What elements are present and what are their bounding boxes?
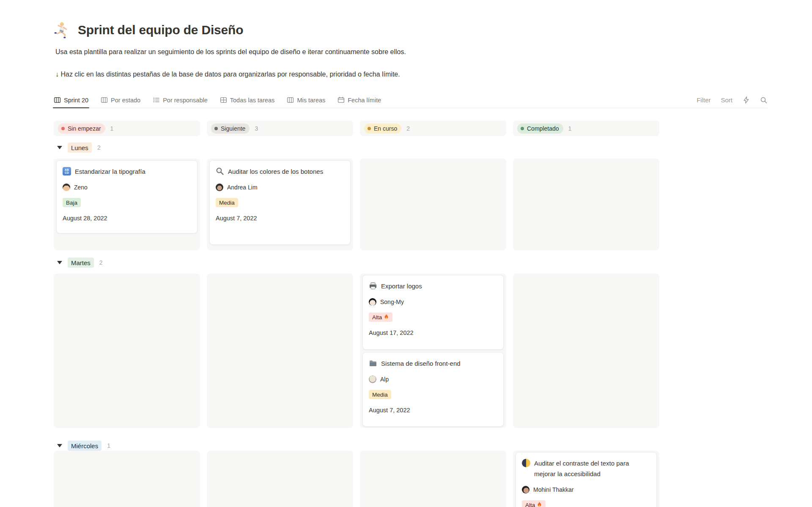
list-view-icon	[153, 96, 160, 104]
lane-pill-martes[interactable]: Martes	[68, 258, 94, 268]
tab-label: Fecha límite	[348, 97, 381, 104]
column-header-completado: Completado 1	[513, 121, 659, 136]
assignee-name: Zeno	[74, 184, 88, 191]
priority-tag: Media	[216, 198, 238, 207]
lane-column-cell: Exportar logos Song-My Alta August 17, 2…	[360, 274, 506, 428]
task-card-exportar-logos[interactable]: Exportar logos Song-My Alta August 17, 2…	[362, 275, 504, 350]
page-description: Usa esta plantilla para realizar un segu…	[55, 47, 406, 57]
lane-column-cell-empty	[513, 274, 659, 428]
magnifier-icon	[216, 167, 224, 175]
board-view-icon	[54, 96, 61, 104]
status-label: Completado	[527, 125, 559, 132]
column-count: 1	[110, 125, 114, 132]
priority-tag: Baja	[63, 198, 81, 207]
lane-pill-lunes[interactable]: Lunes	[68, 143, 92, 153]
flame-icon	[537, 502, 542, 507]
tab-fecha-limite[interactable]: Fecha límite	[337, 92, 381, 108]
lane-header-miercoles: Miércoles 1	[54, 440, 110, 451]
page-header: Sprint del equipo de Diseño	[54, 21, 243, 39]
tab-mis-tareas[interactable]: Mis tareas	[287, 92, 325, 108]
avatar	[63, 184, 70, 191]
lane-column-cell-empty	[360, 451, 506, 507]
lane-column-cell: Estandarizar la tipografía Zeno Baja Aug…	[54, 159, 200, 250]
tab-label: Todas las tareas	[230, 97, 275, 104]
assignee-name: Song-My	[380, 299, 404, 305]
sort-button[interactable]: Sort	[721, 96, 732, 104]
task-card-estandarizar-tipografia[interactable]: Estandarizar la tipografía Zeno Baja Aug…	[56, 160, 198, 233]
lane-header-martes: Martes 2	[54, 257, 103, 268]
lightning-icon[interactable]	[743, 96, 750, 104]
card-title: Estandarizar la tipografía	[75, 166, 145, 177]
runner-emoji-icon	[54, 21, 72, 39]
assignee-name: Andrea Lim	[227, 184, 258, 191]
column-header-en-curso: En curso 2	[360, 121, 506, 136]
avatar	[369, 375, 376, 383]
view-tabs-bar: Sprint 20 Por estado Por responsable Tod…	[54, 92, 768, 108]
lane-column-cell-empty	[54, 451, 200, 507]
card-title: Exportar logos	[381, 281, 422, 291]
lane-column-cell-empty	[207, 451, 353, 507]
abcd-input-icon	[63, 167, 71, 175]
calendar-view-icon	[337, 96, 345, 104]
status-pill-siguiente[interactable]: Siguiente	[211, 123, 250, 134]
status-dot	[368, 127, 371, 130]
due-date: August 7, 2022	[369, 406, 497, 414]
tab-sprint-20[interactable]: Sprint 20	[54, 92, 88, 108]
kanban-board: Sin empezar 1 Siguiente 3 En curso 2 Com…	[54, 121, 659, 507]
column-count: 1	[568, 125, 572, 132]
status-label: Sin empezar	[68, 125, 101, 132]
task-card-auditar-colores[interactable]: Auditar los colores de los botones Andre…	[209, 160, 351, 245]
status-pill-completado[interactable]: Completado	[517, 123, 563, 134]
page-hint: ↓ Haz clic en las distintas pestañas de …	[55, 70, 400, 79]
lane-column-cell-empty	[513, 159, 659, 250]
toggle-lunes-icon[interactable]	[57, 146, 62, 149]
search-icon[interactable]	[760, 96, 768, 104]
lane-count: 1	[107, 442, 110, 449]
board-view-icon	[101, 96, 108, 104]
priority-tag: Alta	[522, 500, 546, 507]
column-count: 3	[255, 125, 258, 132]
due-date: August 28, 2022	[63, 214, 191, 222]
view-controls: Filter Sort	[697, 96, 768, 104]
card-title: Auditar los colores de los botones	[228, 166, 323, 177]
tab-todas-las-tareas[interactable]: Todas las tareas	[220, 92, 275, 108]
lane-column-cell-empty	[360, 159, 506, 250]
assignee-name: Mohini Thakkar	[533, 486, 573, 493]
column-header-siguiente: Siguiente 3	[207, 121, 353, 136]
flame-icon	[384, 314, 389, 321]
avatar	[216, 184, 223, 191]
lane-header-lunes: Lunes 2	[54, 142, 101, 153]
notion-page: Sprint del equipo de Diseño Usa esta pla…	[0, 0, 812, 507]
priority-tag: Alta	[369, 312, 392, 322]
lane-count: 2	[99, 259, 103, 266]
lane-count: 2	[97, 144, 101, 151]
tab-por-estado[interactable]: Por estado	[101, 92, 140, 108]
tab-label: Mis tareas	[297, 97, 325, 104]
due-date: August 17, 2022	[369, 329, 497, 337]
task-card-auditar-contraste[interactable]: Auditar el contraste del texto para mejo…	[516, 452, 657, 507]
due-date: August 7, 2022	[216, 214, 344, 222]
toggle-miercoles-icon[interactable]	[57, 444, 62, 447]
toggle-martes-icon[interactable]	[57, 261, 62, 264]
filter-button[interactable]: Filter	[697, 96, 710, 104]
status-label: En curso	[374, 125, 397, 132]
lane-pill-miercoles[interactable]: Miércoles	[68, 441, 102, 451]
avatar	[369, 298, 376, 306]
column-count: 2	[406, 125, 410, 132]
avatar	[522, 486, 529, 493]
status-pill-en-curso[interactable]: En curso	[364, 123, 401, 134]
view-tabs: Sprint 20 Por estado Por responsable Tod…	[54, 92, 381, 108]
tab-label: Sprint 20	[64, 97, 88, 104]
contrast-icon	[522, 459, 530, 467]
column-header-sin-empezar: Sin empezar 1	[54, 121, 200, 136]
tab-label: Por estado	[111, 97, 140, 104]
task-card-sistema-diseno[interactable]: Sistema de diseño front-end Alp Media Au…	[362, 352, 504, 427]
status-label: Siguiente	[221, 125, 245, 132]
status-dot	[214, 127, 218, 130]
page-title: Sprint del equipo de Diseño	[78, 23, 243, 37]
tab-por-responsable[interactable]: Por responsable	[153, 92, 208, 108]
card-title: Auditar el contraste del texto para mejo…	[534, 458, 650, 479]
lane-column-cell: Auditar los colores de los botones Andre…	[207, 159, 353, 250]
status-pill-sin-empezar[interactable]: Sin empezar	[58, 123, 105, 134]
table-view-icon	[220, 96, 227, 104]
